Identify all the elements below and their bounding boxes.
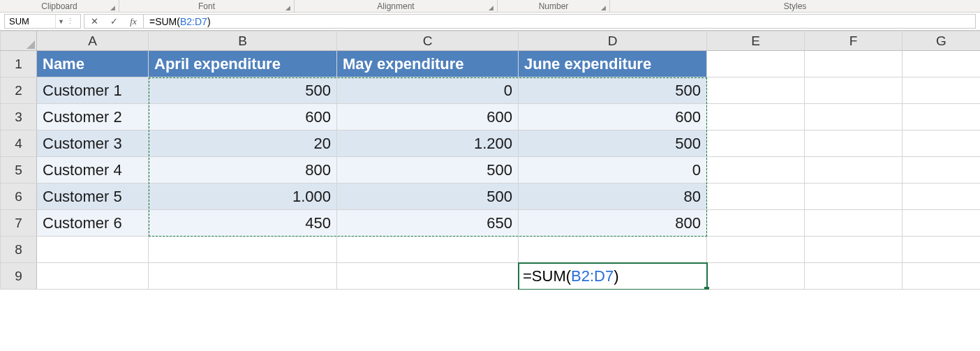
- col-header-F[interactable]: F: [805, 31, 903, 51]
- row-header[interactable]: 6: [1, 184, 37, 210]
- cell-C4[interactable]: 1.200: [337, 130, 519, 157]
- cell-F3[interactable]: [805, 104, 903, 130]
- cell-G3[interactable]: [903, 104, 981, 130]
- cell-C9[interactable]: [337, 263, 519, 290]
- cell-B1[interactable]: April expenditure: [149, 51, 337, 77]
- cell-A9[interactable]: [37, 263, 149, 290]
- cell-A6[interactable]: Customer 5: [37, 184, 149, 210]
- cell-G2[interactable]: [903, 77, 981, 104]
- cell-D9[interactable]: =SUM(B2:D7): [519, 263, 707, 290]
- col-header-B[interactable]: B: [149, 31, 337, 51]
- cell-B9[interactable]: [149, 263, 337, 290]
- cell-C3[interactable]: 600: [337, 104, 519, 130]
- cell-F1[interactable]: [805, 51, 903, 77]
- name-box-input[interactable]: [5, 16, 55, 27]
- cell-G1[interactable]: [903, 51, 981, 77]
- cell-C1[interactable]: May expenditure: [337, 51, 519, 77]
- col-header-G[interactable]: G: [903, 31, 981, 51]
- cell-F9[interactable]: [805, 263, 903, 290]
- formula-text-suffix: ): [207, 16, 211, 27]
- col-header-C[interactable]: C: [337, 31, 519, 51]
- col-header-E[interactable]: E: [707, 31, 805, 51]
- ribbon-group-alignment: Alignment ◢: [295, 0, 497, 12]
- cell-D4[interactable]: 500: [519, 130, 707, 157]
- cell-C5[interactable]: 500: [337, 157, 519, 184]
- cell-A7[interactable]: Customer 6: [37, 210, 149, 237]
- row-header[interactable]: 1: [1, 51, 37, 77]
- cell-D3[interactable]: 600: [519, 104, 707, 130]
- col-header-A[interactable]: A: [37, 31, 149, 51]
- cell-G7[interactable]: [903, 210, 981, 237]
- spreadsheet-grid[interactable]: A B C D E F G 1 Name April expenditure M…: [0, 31, 980, 290]
- ribbon-group-clipboard: Clipboard ◢: [0, 0, 119, 12]
- row-header[interactable]: 7: [1, 210, 37, 237]
- cell-C6[interactable]: 500: [337, 184, 519, 210]
- cell-C8[interactable]: [337, 237, 519, 263]
- cell-A3[interactable]: Customer 2: [37, 104, 149, 130]
- cell-A8[interactable]: [37, 237, 149, 263]
- cell-D5[interactable]: 0: [519, 157, 707, 184]
- cell-F2[interactable]: [805, 77, 903, 104]
- chevron-down-icon[interactable]: ▼: [55, 15, 66, 28]
- cell-A5[interactable]: Customer 4: [37, 157, 149, 184]
- cell-F8[interactable]: [805, 237, 903, 263]
- cell-E8[interactable]: [707, 237, 805, 263]
- cell-B4[interactable]: 20: [149, 130, 337, 157]
- cell-D6[interactable]: 80: [519, 184, 707, 210]
- cell-F4[interactable]: [805, 130, 903, 157]
- fx-icon[interactable]: fx: [124, 15, 143, 28]
- dialog-launcher-icon[interactable]: ◢: [487, 4, 494, 11]
- cell-B7[interactable]: 450: [149, 210, 337, 237]
- row-header[interactable]: 8: [1, 237, 37, 263]
- cell-G6[interactable]: [903, 184, 981, 210]
- cell-C7[interactable]: 650: [337, 210, 519, 237]
- more-icon[interactable]: ⋮: [66, 17, 73, 26]
- dialog-launcher-icon[interactable]: ◢: [284, 4, 291, 11]
- ribbon-group-font: Font ◢: [119, 0, 294, 12]
- cell-D2[interactable]: 500: [519, 77, 707, 104]
- cell-B3[interactable]: 600: [149, 104, 337, 130]
- cell-E1[interactable]: [707, 51, 805, 77]
- row-header[interactable]: 5: [1, 157, 37, 184]
- cell-B6[interactable]: 1.000: [149, 184, 337, 210]
- formula-text-ref: B2:D7: [180, 16, 207, 27]
- cell-A4[interactable]: Customer 3: [37, 130, 149, 157]
- cell-D7[interactable]: 800: [519, 210, 707, 237]
- cell-G9[interactable]: [903, 263, 981, 290]
- cell-F7[interactable]: [805, 210, 903, 237]
- row-header[interactable]: 9: [1, 263, 37, 290]
- cell-F6[interactable]: [805, 184, 903, 210]
- cell-E4[interactable]: [707, 130, 805, 157]
- formula-input[interactable]: =SUM(B2:D7): [143, 14, 976, 29]
- cell-F5[interactable]: [805, 157, 903, 184]
- row-header[interactable]: 2: [1, 77, 37, 104]
- cell-A2[interactable]: Customer 1: [37, 77, 149, 104]
- col-header-D[interactable]: D: [519, 31, 707, 51]
- row-header[interactable]: 3: [1, 104, 37, 130]
- cell-D8[interactable]: [519, 237, 707, 263]
- cancel-icon[interactable]: ✕: [84, 15, 104, 28]
- cell-G8[interactable]: [903, 237, 981, 263]
- cell-E7[interactable]: [707, 210, 805, 237]
- select-all-corner[interactable]: [1, 31, 37, 51]
- cell-E9[interactable]: [707, 263, 805, 290]
- cell-G4[interactable]: [903, 130, 981, 157]
- dialog-launcher-icon[interactable]: ◢: [109, 4, 116, 11]
- cell-E6[interactable]: [707, 184, 805, 210]
- cell-E5[interactable]: [707, 157, 805, 184]
- cell-E3[interactable]: [707, 104, 805, 130]
- cell-B5[interactable]: 800: [149, 157, 337, 184]
- row-header[interactable]: 4: [1, 130, 37, 157]
- ribbon-group-labels: Clipboard ◢ Font ◢ Alignment ◢ Number ◢ …: [0, 0, 980, 13]
- dialog-launcher-icon[interactable]: ◢: [600, 4, 607, 11]
- cell-G5[interactable]: [903, 157, 981, 184]
- enter-icon[interactable]: ✓: [104, 15, 124, 28]
- cell-D1[interactable]: June expenditure: [519, 51, 707, 77]
- ribbon-group-styles: Styles: [610, 0, 980, 12]
- cell-A1[interactable]: Name: [37, 51, 149, 77]
- cell-C2[interactable]: 0: [337, 77, 519, 104]
- name-box[interactable]: ▼ ⋮: [4, 14, 81, 29]
- cell-B8[interactable]: [149, 237, 337, 263]
- cell-E2[interactable]: [707, 77, 805, 104]
- cell-B2[interactable]: 500: [149, 77, 337, 104]
